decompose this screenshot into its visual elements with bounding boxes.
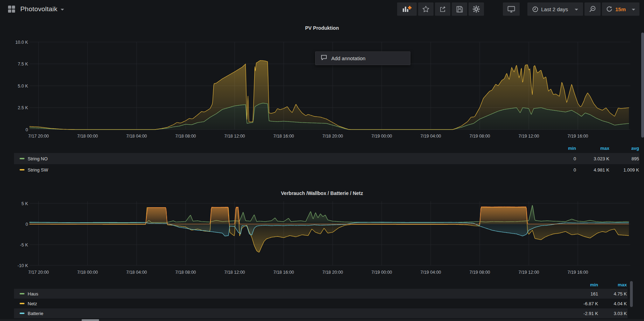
add-panel-icon — [402, 6, 411, 13]
chevron-down-icon — [632, 9, 635, 11]
grafana-dashboard: Photovoltaik — [0, 0, 644, 321]
series-color-swatch[interactable] — [20, 158, 25, 159]
stat-max: 4.981 K — [576, 167, 609, 173]
legend-col-avg[interactable]: avg — [609, 146, 639, 151]
cycle-view-button[interactable] — [503, 2, 520, 16]
legend-col-min[interactable]: min — [570, 282, 598, 287]
x-tick-label: 7/18 00:00 — [77, 270, 98, 275]
legend-row-haus: Haus 161 4.75 K — [14, 289, 628, 299]
navbar: Photovoltaik — [0, 0, 644, 18]
y-tick-label: -10 K — [18, 263, 28, 268]
legend-label-batterie[interactable]: Batterie — [28, 311, 43, 316]
series-color-swatch[interactable] — [20, 293, 25, 294]
horizontal-scrollbar[interactable] — [0, 319, 644, 321]
x-tick-label: 7/19 00:00 — [371, 270, 392, 275]
x-tick-label: 7/18 12:00 — [224, 270, 245, 275]
share-icon — [439, 6, 446, 13]
x-tick-label: 7/19 00:00 — [371, 134, 392, 139]
stat-min: 0 — [552, 167, 576, 173]
x-tick-label: 7/19 04:00 — [420, 134, 441, 139]
x-tick-label: 7/19 16:00 — [567, 270, 588, 275]
y-tick-label: 10.0 K — [15, 40, 28, 45]
add-panel-button[interactable] — [397, 2, 417, 16]
legend-label-netz[interactable]: Netz — [28, 301, 37, 306]
stat-avg: 1.009 K — [609, 167, 639, 173]
stat-max: 3.023 K — [576, 156, 609, 161]
x-tick-label: 7/18 16:00 — [273, 134, 294, 139]
y-tick-label: 0 — [26, 127, 28, 132]
x-tick-label: 7/18 04:00 — [126, 270, 147, 275]
x-tick-label: 7/19 04:00 — [420, 270, 441, 275]
stat-min: -6.87 K — [570, 301, 598, 306]
x-tick-label: 7/18 20:00 — [322, 270, 343, 275]
stat-min: -2.91 K — [570, 311, 598, 316]
save-button[interactable] — [452, 2, 467, 16]
legend-col-max[interactable]: max — [598, 282, 627, 287]
gear-icon — [473, 6, 480, 13]
stat-max: 3.03 K — [598, 311, 627, 316]
monitor-icon — [507, 6, 515, 13]
y-tick-label: 5.0 K — [18, 84, 28, 89]
refresh-icon — [606, 6, 612, 12]
stat-max: 4.75 K — [598, 291, 627, 296]
time-range-picker[interactable]: Last 2 days — [527, 2, 583, 16]
dashboard-title: Photovoltaik — [20, 5, 57, 13]
stat-min: 161 — [570, 291, 598, 296]
x-tick-label: 7/19 08:00 — [469, 270, 490, 275]
stat-min: 0 — [552, 156, 576, 161]
share-button[interactable] — [435, 2, 450, 16]
x-tick-label: 7/18 08:00 — [175, 134, 196, 139]
y-tick-label: 2.5 K — [18, 105, 28, 110]
add-annotation-label: Add annotation — [331, 56, 366, 61]
refresh-interval-label: 15m — [615, 6, 626, 12]
dashboard-grid-icon — [8, 5, 15, 13]
legend-label-haus[interactable]: Haus — [28, 291, 38, 296]
clock-icon — [532, 6, 538, 12]
x-tick-label: 7/19 16:00 — [567, 134, 588, 139]
y-tick-label: 0 — [26, 222, 28, 227]
x-tick-label: 7/18 04:00 — [126, 134, 147, 139]
x-tick-label: 7/18 08:00 — [175, 270, 196, 275]
time-range-label: Last 2 days — [541, 6, 568, 12]
pv-produktion-chart[interactable]: 10.0 K7.5 K5.0 K2.5 K07/17 20:007/18 00:… — [0, 21, 644, 142]
series-area-netz — [29, 207, 629, 252]
y-tick-label: 7.5 K — [18, 62, 28, 67]
star-button[interactable] — [418, 2, 434, 16]
legend-row-string-no: String NO 0 3.023 K 895 — [14, 153, 639, 164]
y-tick-label: -5 K — [20, 243, 28, 247]
verbrauch-chart[interactable]: 5 K0-5 K-10 K7/17 20:007/18 00:007/18 04… — [0, 186, 644, 277]
legend-row-string-sw: String SW 0 4.981 K 1.009 K — [14, 164, 639, 175]
series-color-swatch[interactable] — [20, 303, 25, 304]
series-line-haus — [29, 205, 629, 223]
x-tick-label: 7/17 20:00 — [28, 270, 49, 275]
save-icon — [456, 6, 463, 13]
stat-max: 4.04 K — [598, 301, 627, 306]
x-tick-label: 7/18 20:00 — [322, 134, 343, 139]
star-icon — [422, 6, 429, 13]
dashboard-picker[interactable]: Photovoltaik — [20, 5, 64, 13]
horizontal-scrollbar-thumb[interactable] — [82, 319, 99, 321]
x-tick-label: 7/19 08:00 — [469, 134, 490, 139]
x-tick-label: 7/18 12:00 — [224, 134, 245, 139]
x-tick-label: 7/19 12:00 — [518, 270, 539, 275]
zoom-out-button[interactable] — [584, 2, 601, 16]
add-annotation-menu-item[interactable]: Add annotation — [315, 51, 410, 65]
legend-col-max[interactable]: max — [576, 146, 609, 151]
settings-button[interactable] — [469, 2, 484, 16]
legend-header: min max — [14, 281, 628, 288]
legend-scrollbar-thumb[interactable] — [630, 281, 633, 307]
legend-col-min[interactable]: min — [552, 146, 576, 151]
legend-header: min max avg — [14, 145, 639, 152]
series-color-swatch[interactable] — [20, 313, 25, 314]
legend-row-netz: Netz -6.87 K 4.04 K — [14, 299, 628, 308]
chevron-down-icon — [575, 9, 578, 11]
x-tick-label: 7/18 16:00 — [273, 270, 294, 275]
series-color-swatch[interactable] — [20, 169, 25, 170]
series-area-haus — [29, 205, 629, 224]
comment-bubble-icon — [321, 55, 327, 62]
legend-label-string-no[interactable]: String NO — [28, 156, 48, 161]
vertical-scrollbar-thumb[interactable] — [641, 33, 644, 138]
refresh-button[interactable]: 15m — [602, 2, 639, 16]
legend-label-string-sw[interactable]: String SW — [28, 167, 48, 173]
x-tick-label: 7/19 12:00 — [518, 134, 539, 139]
